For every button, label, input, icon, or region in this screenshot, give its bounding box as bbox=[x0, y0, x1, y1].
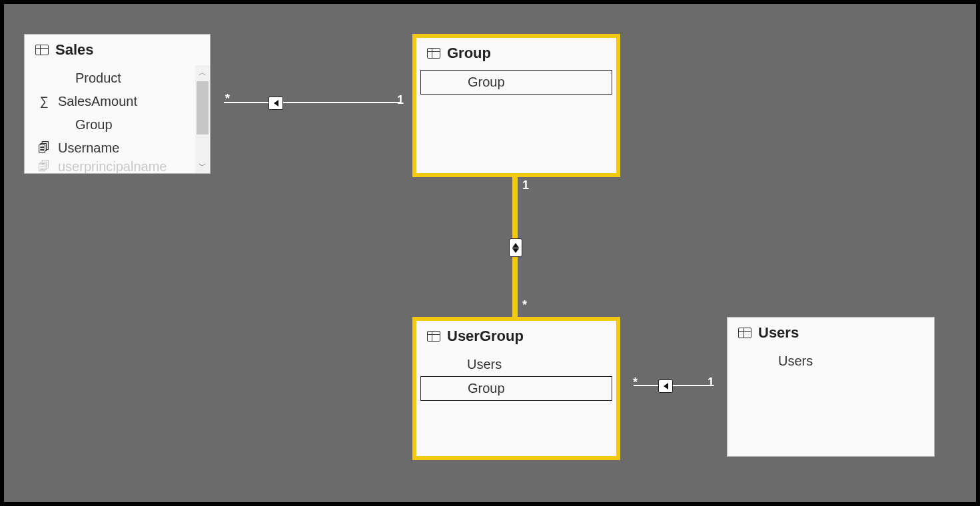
field-upn[interactable]: 🗐 userprincipalname bbox=[25, 160, 194, 173]
table-header-usergroup[interactable]: UserGroup bbox=[416, 321, 616, 350]
cardinality-one: 1 bbox=[708, 376, 714, 389]
sigma-icon: ∑ bbox=[37, 95, 51, 109]
cardinality-one: 1 bbox=[397, 93, 404, 107]
table-icon bbox=[738, 328, 751, 338]
table-usergroup[interactable]: UserGroup Users Group bbox=[412, 317, 620, 460]
field-group[interactable]: Group bbox=[420, 376, 612, 401]
scrollbar[interactable]: ︿ ﹀ bbox=[195, 65, 210, 173]
filter-arrow-icon bbox=[268, 97, 283, 110]
table-header-group[interactable]: Group bbox=[416, 38, 616, 67]
field-group[interactable]: Group bbox=[420, 70, 612, 95]
field-users[interactable]: Users bbox=[416, 353, 616, 376]
table-title: Sales bbox=[55, 41, 94, 59]
scroll-up-button[interactable]: ︿ bbox=[195, 65, 210, 80]
calculator-icon: 🗐 bbox=[37, 141, 51, 155]
table-users[interactable]: Users Users bbox=[727, 317, 935, 457]
cardinality-many: * bbox=[225, 92, 230, 106]
table-title: Users bbox=[758, 324, 799, 342]
table-title: Group bbox=[447, 45, 491, 62]
field-group[interactable]: Group bbox=[25, 113, 194, 136]
table-sales[interactable]: Sales Product ∑ SalesAmount Group 🗐 User… bbox=[24, 34, 211, 174]
field-users[interactable]: Users bbox=[728, 350, 934, 373]
field-username[interactable]: 🗐 Username bbox=[25, 136, 194, 160]
field-salesamount[interactable]: ∑ SalesAmount bbox=[25, 90, 194, 113]
table-fields-sales: Product ∑ SalesAmount Group 🗐 Username 🗐… bbox=[25, 64, 210, 181]
table-title: UserGroup bbox=[447, 328, 524, 345]
bidirectional-filter-icon bbox=[509, 238, 522, 257]
filter-arrow-icon bbox=[658, 380, 673, 393]
cardinality-many: * bbox=[633, 376, 638, 389]
relationship-usergroup-users[interactable] bbox=[634, 385, 714, 386]
table-group[interactable]: Group Group bbox=[412, 34, 620, 177]
scroll-down-button[interactable]: ﹀ bbox=[195, 158, 210, 173]
table-icon bbox=[427, 331, 440, 342]
table-icon bbox=[427, 48, 440, 59]
field-product[interactable]: Product bbox=[25, 67, 194, 90]
calculator-icon: 🗐 bbox=[37, 160, 51, 173]
relationship-sales-group[interactable] bbox=[224, 102, 401, 103]
table-icon bbox=[35, 45, 49, 55]
table-header-sales[interactable]: Sales bbox=[25, 35, 210, 64]
scroll-thumb[interactable] bbox=[197, 81, 209, 134]
table-header-users[interactable]: Users bbox=[728, 318, 934, 347]
cardinality-one: 1 bbox=[522, 178, 529, 192]
cardinality-many: * bbox=[522, 298, 527, 312]
